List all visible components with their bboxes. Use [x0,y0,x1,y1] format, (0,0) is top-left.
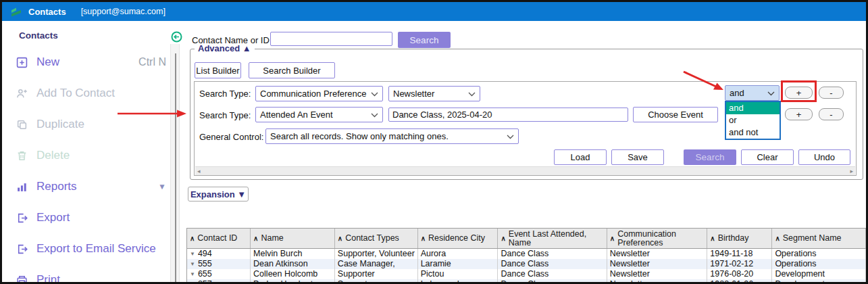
table-row[interactable]: ▼655Colleen HolcombSupporterPictouDance … [187,269,866,279]
table-row[interactable]: ▼494Melvin BurchSupporter, VolunteerAuro… [187,249,866,259]
event-criterion-input[interactable] [388,108,628,122]
choose-event-button[interactable]: Choose Event [633,107,718,122]
cell-contact-id: ▼655 [187,269,251,279]
load-button[interactable]: Load [554,149,607,165]
title-bar: Contacts [support@sumac.com] [2,2,866,21]
sidebar-scrollbar-thumb[interactable] [175,53,176,282]
undo-button[interactable]: Undo [798,149,850,165]
account-label: [support@sumac.com] [81,7,165,16]
criterion-select-1[interactable]: Newsletter [388,86,480,101]
column-header-communication-preferences[interactable]: ∧Communication Preferences [607,229,708,248]
sidebar-item-label: Duplicate [36,118,84,131]
expansion-toggle[interactable]: Expansion ▼ [188,187,249,202]
add-criterion-button-2[interactable]: + [785,108,813,120]
search-type-select-1[interactable]: Communication Preference [255,86,383,101]
scroll-left-icon[interactable]: ◂ [195,168,203,174]
sidebar-item-label: Add To Contact [36,87,115,100]
column-header-residence-city[interactable]: ∧Residence City [418,229,499,248]
row-expander-icon[interactable]: ▼ [190,279,195,284]
advanced-toggle[interactable]: Advanced ▲ [195,43,255,53]
sidebar-scrollbar[interactable] [170,44,180,282]
search-type-label-2: Search Type: [199,110,251,120]
table-row[interactable]: ▼857Parker HumbertSupporterLakewoodDance… [187,279,866,284]
cell-segment-name: Operations [772,259,866,269]
sidebar-item-label: Delete [36,149,70,162]
quick-search-button[interactable]: Search [398,32,451,48]
chevron-down-icon [468,89,476,99]
row-expander-icon[interactable]: ▼ [190,249,195,259]
sidebar-header: Contacts [19,30,58,41]
sumac-logo-icon [10,7,22,17]
cell-event-last-attended-name: Dance Class [498,279,607,284]
person-plus-icon [16,88,29,99]
combinator-select[interactable]: and [725,85,780,101]
sidebar-item-new[interactable]: NewCtrl N [16,53,166,71]
sort-ascending-icon: ∧ [610,234,615,243]
cell-contact-types: Supporter [335,279,418,284]
cell-event-last-attended-name: Dance Class [498,269,607,279]
search-type-label-1: Search Type: [199,89,251,99]
column-header-label: Contact Types [345,234,399,243]
remove-criterion-button-2[interactable]: - [819,108,844,120]
column-header-contact-types[interactable]: ∧Contact Types [335,229,418,248]
table-row[interactable]: ▼555Dean AtkinsonCase Manager,LaramieDan… [187,259,866,269]
cell-residence-city: Pictou [418,269,499,279]
general-control-select[interactable]: Search all records. Show only matching o… [265,128,519,144]
column-header-label: Contact ID [197,234,237,243]
chevron-down-icon [371,110,378,120]
column-header-contact-id[interactable]: ∧Contact ID [187,229,251,248]
clear-button[interactable]: Clear [741,149,794,165]
sidebar-item-export-to-email-service[interactable]: Export to Email Service [16,240,166,258]
chevron-down-icon [507,131,514,141]
sort-ascending-icon: ∧ [190,234,195,243]
general-control-value: Search all records. Show only matching o… [270,131,449,141]
chevron-down-icon [767,88,775,98]
sort-ascending-icon: ∧ [421,234,426,243]
search-type-select-2[interactable]: Attended An Event [255,107,383,122]
column-header-birthday[interactable]: ∧Birthday [707,229,772,248]
column-header-segment-name[interactable]: ∧Segment Name [772,229,866,248]
cell-event-last-attended-name: Dance Class [498,249,607,259]
column-header-event-last-attended-name[interactable]: ∧Event Last Attended, Name [498,229,607,248]
add-criterion-button-1[interactable]: + [785,87,813,99]
chevron-down-icon: ▼ [158,182,166,191]
printer-icon [16,275,29,284]
combinator-option-and[interactable]: and [726,102,780,114]
export-icon [16,212,29,224]
column-header-name[interactable]: ∧Name [251,229,335,248]
panel-horizontal-scrollbar[interactable]: ◂ ▸ [195,166,855,175]
cell-communication-preferences: Newsletter [607,249,708,259]
sidebar-item-print[interactable]: Print [16,271,166,284]
chevron-down-icon [371,89,378,99]
combinator-option-or[interactable]: or [726,114,780,126]
sidebar: Contacts NewCtrl NAdd To ContactDuplicat… [2,21,170,282]
cell-contact-types: Case Manager, [335,259,418,269]
sidebar-item-delete: Delete [16,147,166,164]
sidebar-item-label: Reports [36,180,77,193]
export-icon [16,243,29,255]
save-button[interactable]: Save [611,149,664,165]
contact-search-input[interactable] [270,32,392,46]
cell-birthday: 1976-08-20 [707,269,772,279]
list-builder-button[interactable]: List Builder [195,62,241,78]
sidebar-item-label: Print [36,273,60,284]
shortcut-label: Ctrl N [138,56,166,68]
search-builder-button[interactable]: Search Builder [249,62,335,78]
scroll-right-icon[interactable]: ▸ [848,168,855,174]
column-header-label: Residence City [428,234,485,243]
sidebar-item-add-to-contact: Add To Contact [16,85,166,102]
row-expander-icon[interactable]: ▼ [190,269,195,279]
combinator-dropdown-list: andorand not [725,101,781,140]
sidebar-item-export[interactable]: Export [16,209,166,227]
combinator-option-and-not[interactable]: and not [726,126,780,139]
cell-residence-city: Aurora [418,249,499,259]
sidebar-item-reports[interactable]: Reports▼ [16,178,166,195]
row-expander-icon[interactable]: ▼ [190,259,195,269]
collapse-sidebar-icon[interactable] [171,31,182,43]
advanced-search-button[interactable]: Search [684,149,736,165]
sidebar-item-label: Export to Email Service [36,242,156,256]
cell-contact-types: Supporter, Volunteer [335,249,418,259]
remove-criterion-button-1[interactable]: - [819,87,844,99]
sort-ascending-icon: ∧ [338,234,342,243]
cell-contact-types: Supporter [335,269,418,279]
